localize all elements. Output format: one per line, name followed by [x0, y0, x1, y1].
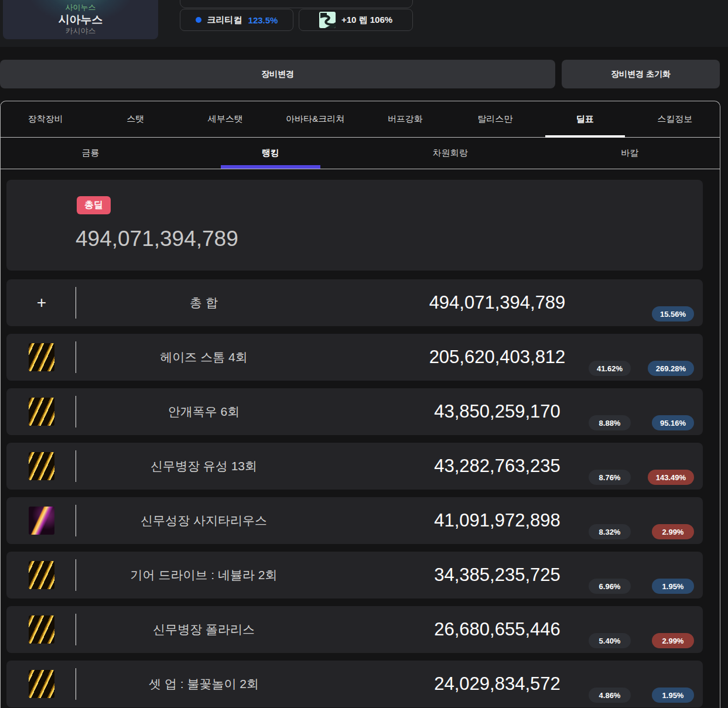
damage-row[interactable]: 기어 드라이브 : 네뷸라 2회 34,385,235,725 6.96% 1.… — [6, 552, 703, 598]
damage-row[interactable]: 신무성장 사지타리우스 41,091,972,898 8.32% 2.99% — [6, 497, 703, 544]
tab-avatar-creature[interactable]: 아바타&크리쳐 — [271, 101, 361, 137]
tab-buff-enhance[interactable]: 버프강화 — [360, 101, 450, 137]
character-card[interactable]: 사이누스 시아누스 카시야스 — [3, 0, 158, 39]
critical-stat-badge: 크리티컬 123.5% — [180, 9, 293, 31]
rate-percent-badge: 15.56% — [652, 306, 694, 321]
skill-meteor-icon — [29, 452, 54, 480]
expand-plus-icon[interactable]: + — [29, 289, 54, 317]
total-damage-badge: 총딜 — [77, 196, 111, 214]
damage-row[interactable]: 헤이즈 스톰 4회 205,620,403,812 41.62% 269.28% — [6, 334, 703, 381]
subtab-dimension-corridor[interactable]: 차원회랑 — [360, 138, 540, 169]
character-name: 시아누스 — [59, 13, 103, 26]
share-percent-badge: 8.88% — [589, 415, 631, 430]
skill-name: 신무병장 폴라리스 — [83, 606, 325, 653]
share-percent-badge: 6.96% — [589, 579, 631, 594]
critical-label: 크리티컬 — [207, 15, 242, 26]
skill-name: 신무병장 유성 13회 — [83, 443, 325, 490]
skill-fog-downpour-icon — [29, 398, 54, 426]
share-percent-badge: 4.86% — [589, 688, 631, 703]
damage-row-list: + 총 합 494,071,394,789 15.56% 헤이즈 스톰 4회 2… — [6, 279, 720, 707]
damage-row[interactable]: + 총 합 494,071,394,789 15.56% — [6, 279, 703, 326]
header-panel: 사이누스 시아누스 카시야스 크리티컬 123.5% +10 렙 106% — [0, 0, 728, 47]
skill-haze-storm-icon — [29, 343, 54, 371]
row-divider — [76, 341, 76, 373]
main-panel: 장착장비 스탯 세부스탯 아바타&크리쳐 버프강화 탈리스만 딜표 스킬정보 금… — [0, 101, 720, 708]
tab-bar: 장착장비 스탯 세부스탯 아바타&크리쳐 버프강화 탈리스만 딜표 스킬정보 — [1, 101, 720, 138]
tab-stats[interactable]: 스탯 — [91, 101, 181, 137]
rate-percent-badge: 95.16% — [652, 415, 694, 430]
share-percent-badge: 8.76% — [589, 470, 631, 485]
damage-row[interactable]: 셋 업 : 불꽃놀이 2회 24,029,834,572 4.86% 1.95% — [6, 661, 703, 707]
subtab-bakal[interactable]: 바칼 — [540, 138, 720, 169]
total-damage-panel: 총딜 494,071,394,789 — [6, 180, 703, 271]
rate-percent-badge: 1.95% — [652, 579, 694, 594]
share-percent-badge: 41.62% — [589, 361, 631, 376]
row-divider — [76, 559, 76, 591]
row-divider — [76, 505, 76, 536]
total-damage-value: 494,071,394,789 — [76, 227, 238, 251]
buff-label: +10 렙 106% — [341, 15, 392, 26]
damage-row[interactable]: 신무병장 유성 13회 43,282,763,235 8.76% 143.49% — [6, 443, 703, 490]
damage-content: 총딜 494,071,394,789 + 총 합 494,071,394,789… — [1, 169, 720, 707]
skill-gear-drive-nebula-icon — [29, 561, 54, 589]
share-percent-badge: 5.40% — [589, 633, 631, 648]
rate-percent-badge: 269.28% — [648, 361, 694, 376]
skill-name: 안개폭우 6회 — [83, 388, 325, 435]
row-divider — [76, 614, 76, 645]
skill-name: 셋 업 : 불꽃놀이 2회 — [83, 661, 325, 707]
rate-percent-badge: 2.99% — [652, 633, 694, 648]
skill-name: 신무성장 사지타리우스 — [83, 497, 325, 544]
row-divider — [76, 668, 76, 700]
blue-dot-icon — [196, 17, 201, 23]
rate-percent-badge: 143.49% — [648, 470, 694, 485]
skill-sagittarius-icon — [29, 507, 54, 535]
skill-name: 총 합 — [83, 279, 325, 326]
rate-percent-badge: 2.99% — [652, 524, 694, 539]
row-divider — [76, 450, 76, 482]
skill-name: 헤이즈 스톰 4회 — [83, 334, 325, 381]
rate-percent-badge: 1.95% — [652, 688, 694, 703]
damage-value: 494,071,394,789 — [334, 279, 660, 326]
change-equipment-button[interactable]: 장비변경 — [0, 60, 555, 88]
stat-badges: 크리티컬 123.5% +10 렙 106% — [180, 9, 413, 31]
share-percent-badge: 8.32% — [589, 524, 631, 539]
tab-skill-info[interactable]: 스킬정보 — [630, 101, 720, 137]
skill-polaris-icon — [29, 615, 54, 644]
character-title: 사이누스 — [66, 4, 96, 12]
critical-value: 123.5% — [248, 15, 278, 25]
skill-set-up-fireworks-icon — [29, 670, 54, 698]
subtab-ranking[interactable]: 랭킹 — [180, 138, 360, 169]
buff-skill-icon — [319, 12, 336, 28]
row-divider — [76, 287, 76, 319]
subtab-geumryong[interactable]: 금룡 — [1, 138, 180, 169]
damage-row[interactable]: 신무병장 폴라리스 26,680,655,446 5.40% 2.99% — [6, 606, 703, 653]
subtab-bar: 금룡 랭킹 차원회랑 바칼 — [1, 138, 720, 169]
reset-equipment-button[interactable]: 장비변경 초기화 — [562, 60, 720, 88]
buff-stat-badge: +10 렙 106% — [299, 9, 413, 31]
clipped-badge-box — [180, 0, 413, 8]
tab-damage-table[interactable]: 딜표 — [540, 101, 630, 137]
tab-talisman[interactable]: 탈리스만 — [450, 101, 541, 137]
tab-equipped-gear[interactable]: 장착장비 — [1, 101, 91, 137]
character-server: 카시야스 — [66, 27, 96, 35]
tab-detail-stats[interactable]: 세부스탯 — [180, 101, 271, 137]
skill-name: 기어 드라이브 : 네뷸라 2회 — [83, 552, 325, 598]
damage-row[interactable]: 안개폭우 6회 43,850,259,170 8.88% 95.16% — [6, 388, 703, 435]
row-divider — [76, 396, 76, 427]
